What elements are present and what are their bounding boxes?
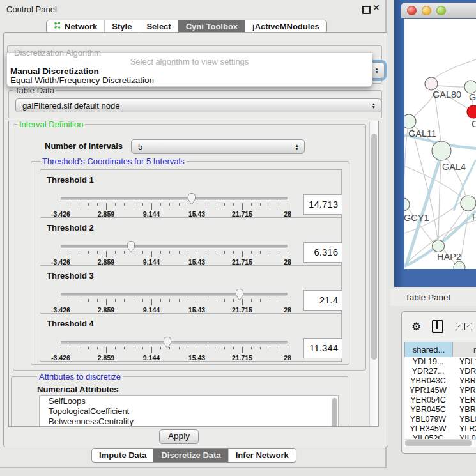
numerical-attributes-list[interactable]: SelfLoopsTopologicalCoefficientBetweenne… bbox=[39, 395, 339, 427]
gear-icon[interactable]: ⚙ bbox=[411, 320, 421, 334]
table-row[interactable]: YPR145WYPR1 bbox=[404, 386, 476, 395]
slider-track[interactable] bbox=[61, 293, 288, 296]
slider-track[interactable] bbox=[61, 341, 288, 344]
slider-ticks bbox=[61, 251, 289, 257]
algorithm-option[interactable]: Equal Width/Frequency Discretization bbox=[10, 75, 154, 85]
GAL11-node[interactable] bbox=[404, 114, 416, 128]
bottom-node[interactable] bbox=[454, 261, 465, 269]
table-row[interactable]: YLR345WYLR3 bbox=[404, 424, 476, 434]
list-scrollbar[interactable] bbox=[332, 397, 337, 427]
network-window-titlebar[interactable] bbox=[401, 3, 476, 18]
table-row[interactable]: YBL079WYBL0 bbox=[404, 415, 476, 424]
thresholds-group-title: Threshold's Coordinates for 5 Intervals bbox=[40, 157, 187, 166]
tab-style[interactable]: Style bbox=[104, 20, 139, 33]
numerical-attributes-label: Numerical Attributes bbox=[37, 385, 118, 394]
slider-track[interactable] bbox=[61, 197, 288, 200]
panel-scrollbar-thumb[interactable] bbox=[371, 134, 377, 360]
cell-shared-name: YBR043C bbox=[404, 376, 452, 385]
zoom-traffic-light-icon[interactable] bbox=[436, 6, 446, 15]
tick-label: 9.144 bbox=[143, 354, 160, 362]
cell-shared-name: YDL19... bbox=[404, 357, 452, 366]
threshold-value-field[interactable]: 21.4 bbox=[303, 290, 342, 311]
network-node-label[interactable]: GA bbox=[469, 92, 476, 102]
table-data-group: Table Data galFiltered.sif default node … bbox=[8, 90, 382, 118]
algorithm-prompt: Select algorithm to view settings bbox=[7, 57, 372, 66]
top-right-node[interactable] bbox=[464, 81, 476, 93]
network-node-label[interactable]: GCY1 bbox=[404, 213, 429, 223]
close-icon[interactable]: ✕ bbox=[372, 3, 380, 13]
attribute-list-item[interactable]: SelfLoops bbox=[40, 396, 338, 406]
float-window-icon[interactable] bbox=[362, 6, 371, 14]
threshold-value-field[interactable]: 6.316 bbox=[303, 242, 342, 263]
checkbox-icon[interactable]: ✓ bbox=[456, 323, 463, 330]
table-scrollbar-thumb[interactable] bbox=[405, 440, 472, 446]
table-row[interactable]: YBR043CYBR0 bbox=[404, 376, 476, 386]
table-row[interactable]: YBR045CYBR0 bbox=[404, 405, 476, 415]
list-scrollbar-thumb[interactable] bbox=[332, 398, 337, 427]
column-header-shared-name[interactable]: shared... bbox=[404, 342, 453, 357]
red-node[interactable] bbox=[467, 105, 476, 118]
tab-label: Select bbox=[146, 20, 171, 33]
cell-shared-name: YBL079W bbox=[404, 415, 452, 424]
GAL4-node[interactable] bbox=[432, 141, 451, 160]
threshold-value-field[interactable]: 14.713 bbox=[303, 194, 342, 215]
cell-shared-name: YER054C bbox=[404, 395, 452, 404]
table-data-combobox[interactable]: galFiltered.sif default node ▲▼ bbox=[15, 98, 381, 112]
slider-track[interactable] bbox=[61, 245, 288, 248]
network-node-label[interactable]: H bbox=[472, 212, 476, 222]
network-icon bbox=[54, 20, 61, 33]
apply-button[interactable]: Apply bbox=[159, 429, 199, 444]
attribute-list-item[interactable]: BetweennessCentrality bbox=[40, 417, 338, 427]
tab-network[interactable]: Network bbox=[47, 20, 104, 33]
column-header-name[interactable]: na bbox=[452, 342, 476, 357]
table-row[interactable]: YER054CYER0 bbox=[404, 395, 476, 405]
tab-discretize-data[interactable]: Discretize Data bbox=[153, 449, 227, 462]
number-of-intervals-label: Number of Intervals bbox=[45, 141, 123, 151]
columns-icon[interactable] bbox=[432, 320, 443, 333]
attributes-group-title: Attributes to discretize bbox=[37, 372, 123, 381]
tab-jactivemnodules[interactable]: jActiveMNodules bbox=[245, 20, 326, 33]
threshold-panel: Threshold 2-3.4262.8599.14415.4321.71528… bbox=[40, 217, 342, 266]
network-node-label[interactable]: GAL11 bbox=[408, 128, 436, 139]
tab-label: Infer Network bbox=[236, 449, 289, 462]
attribute-list-item[interactable]: TopologicalCoefficient bbox=[40, 406, 338, 417]
table-horizontal-scrollbar[interactable] bbox=[404, 439, 476, 447]
cell-name: YBR0 bbox=[459, 376, 476, 385]
network-edge bbox=[404, 128, 408, 198]
network-node-label[interactable]: HAP2 bbox=[437, 252, 461, 262]
slider-ticks bbox=[61, 299, 289, 305]
tick-label: -3.426 bbox=[51, 354, 70, 362]
algorithm-dropdown-popup: Select algorithm to view settings Manual… bbox=[6, 52, 372, 87]
slider-ticks bbox=[61, 203, 289, 210]
cell-name: YDR2 bbox=[459, 367, 476, 376]
minimize-traffic-light-icon[interactable] bbox=[422, 6, 431, 15]
checkbox-icon[interactable]: ✓ bbox=[464, 323, 472, 330]
combo-arrows-icon: ▲▼ bbox=[372, 102, 376, 109]
threshold-value-field[interactable]: 11.344 bbox=[303, 338, 342, 358]
number-of-intervals-combobox[interactable]: 5 ▲▼ bbox=[131, 139, 305, 154]
tick-label: 15.43 bbox=[188, 354, 205, 362]
tab-infer-network[interactable]: Infer Network bbox=[228, 449, 296, 462]
tab-select[interactable]: Select bbox=[139, 20, 178, 33]
tab-label: Impute Data bbox=[99, 449, 146, 462]
network-node-label[interactable]: GAL4 bbox=[442, 162, 466, 172]
attributes-group: Attributes to discretize Numerical Attri… bbox=[11, 376, 348, 427]
tab-impute-data[interactable]: Impute Data bbox=[92, 449, 153, 462]
HAP2-node[interactable] bbox=[433, 240, 445, 252]
table-row[interactable]: YDL19...YDL1 bbox=[404, 357, 476, 367]
combo-arrows-icon: ▲▼ bbox=[295, 144, 299, 150]
cell-name: YER0 bbox=[459, 395, 476, 404]
discretization-algorithm-title: Discretization Algorithm bbox=[14, 48, 101, 58]
interval-definition-group: Interval Definition Number of Intervals … bbox=[13, 124, 366, 371]
tab-cyni-toolbox[interactable]: Cyni Toolbox bbox=[178, 20, 245, 33]
network-canvas[interactable]: GAL80GACGAL11GAL4GCY1HHAP2 bbox=[404, 19, 476, 269]
checkbox-icons[interactable]: ✓ ✓ bbox=[456, 323, 472, 330]
network-node-label[interactable]: C bbox=[472, 119, 476, 129]
panel-scrollbar[interactable] bbox=[369, 121, 378, 426]
close-traffic-light-icon[interactable] bbox=[407, 6, 417, 15]
GAL80-node[interactable] bbox=[425, 77, 438, 90]
table-row[interactable]: YDR27...YDR2 bbox=[404, 367, 476, 376]
H-node[interactable] bbox=[461, 196, 476, 211]
threshold-panel: Threshold 4-3.4262.8599.14415.4321.71528… bbox=[40, 313, 342, 362]
network-node-label[interactable]: GAL80 bbox=[433, 89, 461, 100]
